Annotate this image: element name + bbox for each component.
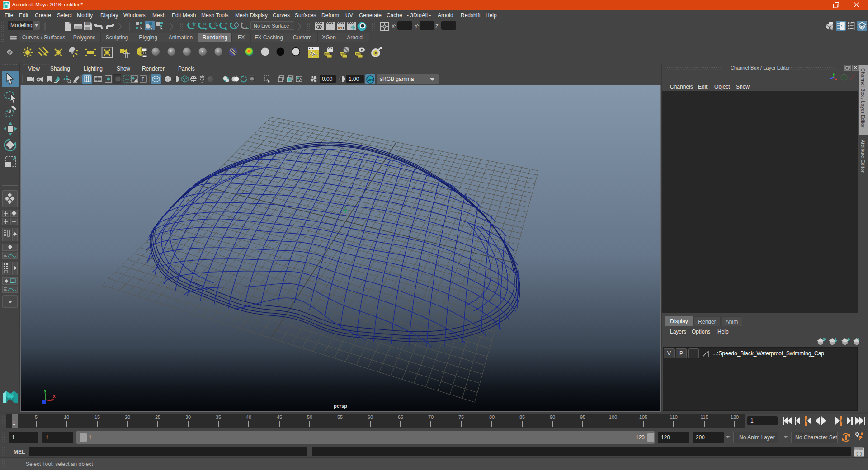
svg-text:T: T [142,77,144,82]
svg-text:IPR: IPR [338,26,344,30]
svg-text:ON: ON [368,78,373,81]
svg-text:x: x [53,394,56,399]
svg-text:y: y [44,388,47,393]
svg-text:{;}: {;} [856,451,862,456]
